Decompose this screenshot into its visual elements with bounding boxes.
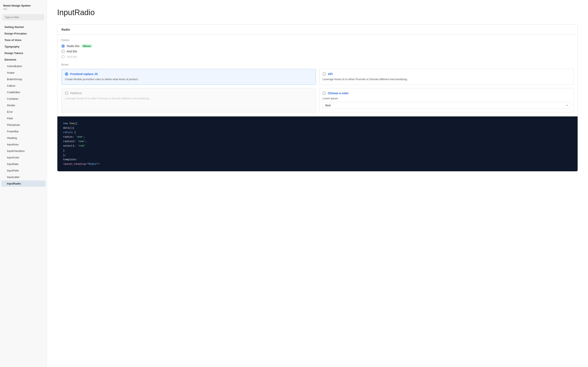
radio-circle-0 [61, 44, 65, 48]
box-desc-choose-color: Lorem ipsum [323, 96, 570, 100]
panel-body: Radios Radio thisWinnerAnd thisAnd this … [57, 35, 578, 117]
sidebar-item-inputcheckbox[interactable]: InputCheckbox [1, 148, 45, 154]
code-line-9: <panel_heading="Radio"> [63, 162, 572, 166]
radio-label-0: Radio this [67, 44, 79, 48]
search-input[interactable] [2, 14, 44, 20]
box-desc-api: Leverage Nosto AI to either Promote or D… [323, 77, 570, 81]
sidebar-item-fileupload[interactable]: FileUpload [1, 122, 45, 128]
sidebar-item-design-principles[interactable]: Design Principles [1, 30, 45, 37]
code-line-0: new Vue({ [63, 121, 572, 126]
sidebar-item-design-tokens[interactable]: Design Tokens [1, 50, 45, 56]
radio-circle-2 [61, 55, 65, 58]
box-item-platform[interactable]: PlatformLeverage Nosto AI to either Prom… [61, 88, 316, 113]
radio-group: Radio thisWinnerAnd thisAnd this [61, 44, 573, 58]
sidebar-item-inputarea[interactable]: InputArea [1, 141, 45, 148]
box-desc-frontend: Create flexible promotion rules to defin… [65, 77, 312, 81]
sidebar-item-inputfield[interactable]: InputField [1, 167, 45, 174]
code-line-3: radios: 'one', [63, 135, 572, 139]
sidebar-item-inputcolor[interactable]: InputColor [1, 154, 45, 161]
box-title-choose-color: Choose a color [328, 92, 348, 95]
sidebar-item-getting-started[interactable]: Getting Started [1, 24, 45, 30]
code-line-8: template: ` [63, 157, 572, 162]
radio-label-1: And this [67, 50, 77, 53]
radio-row-2[interactable]: And this [61, 55, 573, 58]
radio-circle-1 [61, 50, 65, 53]
box-radio-api [323, 72, 326, 76]
radio-panel: Radio Radios Radio thisWinnerAnd thisAnd… [57, 24, 578, 171]
box-title-platform: Platform [70, 92, 82, 95]
sidebar-nav: Getting StartedDesign PrinciplesTone of … [0, 24, 47, 367]
sidebar-item-footerbar[interactable]: FooterBar [1, 128, 45, 134]
main-content: InputRadio Radio Radios Radio thisWinner… [47, 0, 588, 367]
sidebar-item-callout[interactable]: Callout [1, 83, 45, 89]
code-line-5: select1: 'red' [63, 144, 572, 148]
sidebar-item-elements[interactable]: Elements [1, 57, 45, 63]
box-title-api: API [328, 72, 333, 76]
box-desc-platform: Leverage Nosto AI to either Promote or D… [65, 96, 312, 100]
sidebar-item-typography[interactable]: Typography [1, 43, 45, 50]
box-radio-platform [65, 92, 68, 95]
page-title: InputRadio [57, 8, 578, 17]
sidebar-item-field[interactable]: Field [1, 115, 45, 122]
sidebar-item-inputradio[interactable]: InputRadio [1, 180, 45, 187]
sidebar-item-inputdate[interactable]: InputDate [1, 161, 45, 167]
box-radio-frontend [65, 72, 68, 76]
sidebar-item-codeeditor[interactable]: CodeEditor [1, 89, 45, 95]
panel-header: Radio [57, 25, 578, 35]
boxes-grid: Frontend replace JSCreate flexible promo… [61, 69, 573, 112]
winner-badge-0: Winner [81, 44, 92, 48]
code-line-4: radios2: 'one', [63, 139, 572, 144]
sidebar-item-heading[interactable]: Heading [1, 135, 45, 141]
sidebar-item-buttongroup[interactable]: ButtonGroup [1, 76, 45, 82]
code-line-7: }, [63, 153, 572, 157]
color-select[interactable]: RedBlueGreen [323, 102, 570, 109]
box-title-frontend: Frontend replace JS [70, 72, 98, 76]
color-select-wrapper: RedBlueGreen▾ [323, 102, 570, 109]
radio-row-1[interactable]: And this [61, 50, 573, 53]
sidebar-item-container[interactable]: Container [1, 96, 45, 102]
brand-section: Nosto Design System 411 [0, 4, 47, 11]
brand-title: Nosto Design System [3, 4, 43, 7]
sidebar-item-actionbutton[interactable]: ActionButton [1, 63, 45, 69]
box-item-api[interactable]: APILeverage Nosto AI to either Promote o… [319, 69, 573, 85]
sidebar: Nosto Design System 411 Getting StartedD… [0, 0, 47, 367]
radios-label: Radios [61, 39, 573, 42]
brand-count: 411 [3, 8, 43, 10]
sidebar-item-inputlabel[interactable]: InputLabel [1, 174, 45, 180]
sidebar-item-tone-of-voice[interactable]: Tone of Voice [1, 37, 45, 43]
radio-row-0[interactable]: Radio thisWinner [61, 44, 573, 48]
sidebar-item-error[interactable]: Error [1, 109, 45, 115]
box-item-frontend[interactable]: Frontend replace JSCreate flexible promo… [61, 69, 316, 85]
code-block: new Vue({ data(){ return { radios: 'one'… [57, 117, 578, 171]
code-line-2: return { [63, 130, 572, 135]
sidebar-item-divider[interactable]: Divider [1, 102, 45, 108]
code-line-6: } [63, 149, 572, 153]
sidebar-item-avatar[interactable]: Avatar [1, 69, 45, 76]
code-line-1: data(){ [63, 126, 572, 130]
boxes-label: Boxes [61, 63, 573, 66]
box-radio-choose-color [323, 92, 326, 95]
box-item-choose-color[interactable]: Choose a colorLorem ipsumRedBlueGreen▾ [319, 88, 573, 113]
radio-label-2: And this [67, 55, 77, 58]
